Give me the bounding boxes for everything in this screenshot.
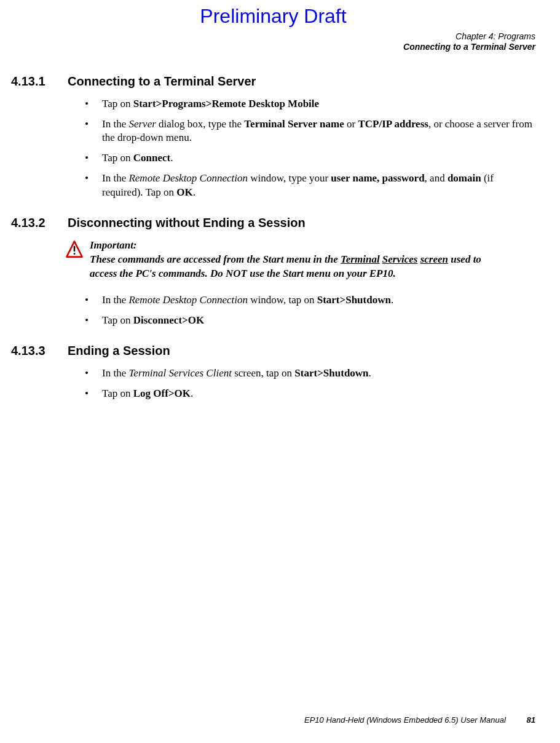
text: Tap on — [102, 152, 133, 164]
underline-text: screen — [420, 253, 448, 265]
section-heading: 4.13.3 Ending a Session — [11, 344, 535, 358]
text: , and — [425, 172, 448, 184]
bold-text: Connect — [133, 152, 170, 164]
bold-text: Start>Programs>Remote Desktop Mobile — [133, 98, 319, 109]
list-item: Tap on Connect. — [85, 151, 535, 165]
text: window, type your — [248, 172, 331, 184]
page: Preliminary Draft Chapter 4: Programs Co… — [0, 0, 560, 743]
text: . — [193, 186, 195, 198]
section-heading: 4.13.1 Connecting to a Terminal Server — [11, 74, 535, 89]
italic-text: Remote Desktop Connection — [128, 294, 248, 306]
header-section: Connecting to a Terminal Server — [11, 42, 535, 52]
section-number: 4.13.1 — [11, 74, 68, 89]
page-footer: EP10 Hand-Held (Windows Embedded 6.5) Us… — [304, 715, 535, 725]
text: In the — [102, 367, 128, 379]
important-callout: Important:These commands are accessed fr… — [65, 239, 535, 281]
text: In the — [102, 118, 128, 130]
text: These commands are accessed from the Sta… — [90, 253, 341, 265]
page-number: 81 — [527, 715, 535, 725]
list-item: In the Remote Desktop Connection window,… — [85, 172, 535, 200]
bold-text: Log Off>OK — [133, 387, 191, 399]
italic-text: Remote Desktop Connection — [128, 172, 248, 184]
preliminary-draft-watermark: Preliminary Draft — [11, 5, 535, 28]
list-item: Tap on Disconnect>OK — [85, 314, 535, 328]
svg-rect-2 — [74, 253, 76, 255]
text: Tap on — [102, 98, 133, 109]
section-4-13-2: 4.13.2 Disconnecting without Ending a Se… — [11, 216, 535, 328]
bold-text: OK — [176, 186, 192, 198]
section-heading: 4.13.2 Disconnecting without Ending a Se… — [11, 216, 535, 230]
list-item: In the Remote Desktop Connection window,… — [85, 293, 535, 308]
list-item: Tap on Start>Programs>Remote Desktop Mob… — [85, 97, 535, 111]
section-number: 4.13.3 — [11, 344, 68, 358]
text: . — [191, 387, 193, 399]
important-label: Important: — [90, 239, 154, 253]
underline-text: Terminal — [341, 253, 380, 265]
section-title: Connecting to a Terminal Server — [68, 74, 256, 89]
section-title: Ending a Session — [68, 344, 170, 358]
text: screen, tap on — [232, 367, 294, 379]
text: . — [391, 294, 393, 306]
section-4-13-3: 4.13.3 Ending a Session In the Terminal … — [11, 344, 535, 401]
underline-text: Services — [382, 253, 418, 265]
text: In the — [102, 172, 128, 184]
text: . — [170, 152, 173, 164]
footer-text: EP10 Hand-Held (Windows Embedded 6.5) Us… — [304, 715, 506, 725]
list-item: Tap on Log Off>OK. — [85, 387, 535, 401]
bold-text: Start>Shutdown — [294, 367, 368, 379]
text: In the — [102, 294, 128, 306]
text: Tap on — [102, 314, 133, 326]
bold-text: Disconnect>OK — [133, 314, 204, 326]
important-body: Important:These commands are accessed fr… — [90, 239, 535, 281]
step-list: In the Terminal Services Client screen, … — [85, 367, 535, 401]
bold-text: TCP/IP address — [358, 118, 428, 130]
bold-text: Terminal Server name — [244, 118, 344, 130]
list-item: In the Terminal Services Client screen, … — [85, 367, 535, 381]
warning-icon — [65, 240, 84, 261]
svg-rect-1 — [74, 246, 76, 252]
italic-text: Terminal Services Client — [128, 367, 231, 379]
section-4-13-1: 4.13.1 Connecting to a Terminal Server T… — [11, 74, 535, 201]
step-list: Tap on Start>Programs>Remote Desktop Mob… — [85, 97, 535, 201]
text: window, tap on — [248, 294, 317, 306]
bold-text: domain — [448, 172, 481, 184]
section-title: Disconnecting without Ending a Session — [68, 216, 306, 230]
bold-text: Start>Shutdown — [317, 294, 391, 306]
section-number: 4.13.2 — [11, 216, 68, 230]
list-item: In the Server dialog box, type the Termi… — [85, 117, 535, 146]
text: Tap on — [102, 387, 133, 399]
step-list: In the Remote Desktop Connection window,… — [85, 293, 535, 328]
text: dialog box, type the — [156, 118, 245, 130]
running-header: Chapter 4: Programs Connecting to a Term… — [11, 31, 535, 52]
header-chapter: Chapter 4: Programs — [11, 31, 535, 42]
text: . — [369, 367, 371, 379]
bold-text: user name, password — [331, 172, 424, 184]
text: or — [344, 118, 358, 130]
italic-text: Server — [128, 118, 156, 130]
